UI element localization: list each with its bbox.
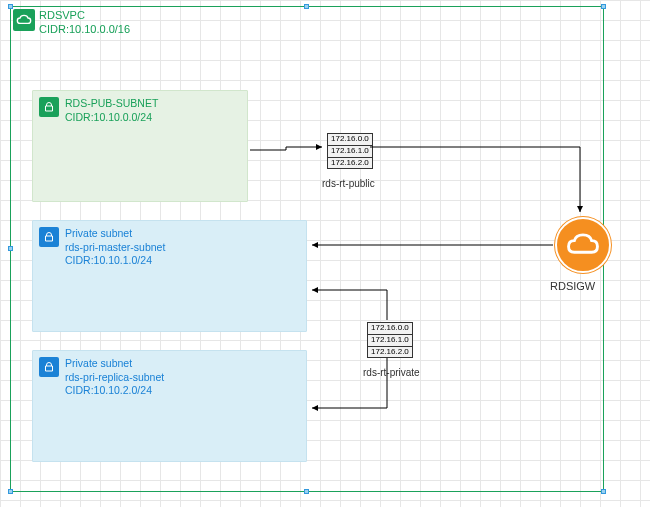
public-subnet[interactable]: RDS-PUB-SUBNET CIDR:10.10.0.0/24: [32, 90, 248, 202]
private-replica-title: Private subnet: [65, 357, 164, 371]
private-replica-subnet[interactable]: Private subnet rds-pri-replica-subnet CI…: [32, 350, 307, 462]
lock-icon: [39, 97, 59, 117]
vpc-name: RDSVPC: [39, 9, 130, 23]
rt-private-row: 172.16.1.0: [368, 335, 412, 347]
route-table-public[interactable]: 172.16.0.0 172.16.1.0 172.16.2.0: [327, 133, 373, 169]
lock-icon: [39, 357, 59, 377]
internet-gateway[interactable]: [555, 217, 611, 273]
private-master-cidr: CIDR:10.10.1.0/24: [65, 254, 165, 268]
igw-label: RDSIGW: [550, 280, 595, 292]
rt-private-row: 172.16.0.0: [368, 323, 412, 335]
route-table-private[interactable]: 172.16.0.0 172.16.1.0 172.16.2.0: [367, 322, 413, 358]
rt-public-row: 172.16.1.0: [328, 146, 372, 158]
private-master-name: rds-pri-master-subnet: [65, 241, 165, 255]
private-replica-name: rds-pri-replica-subnet: [65, 371, 164, 385]
rt-public-label: rds-rt-public: [322, 178, 375, 189]
cloud-icon: [13, 9, 35, 31]
vpc-title: RDSVPC CIDR:10.10.0.0/16: [39, 9, 130, 37]
cloud-icon: [565, 232, 601, 258]
vpc-cidr: CIDR:10.10.0.0/16: [39, 23, 130, 37]
public-subnet-title: RDS-PUB-SUBNET: [65, 97, 158, 111]
rt-public-row: 172.16.0.0: [328, 134, 372, 146]
public-subnet-cidr: CIDR:10.10.0.0/24: [65, 111, 158, 125]
rt-private-label: rds-rt-private: [363, 367, 420, 378]
private-master-subnet[interactable]: Private subnet rds-pri-master-subnet CID…: [32, 220, 307, 332]
rt-private-row: 172.16.2.0: [368, 347, 412, 358]
lock-icon: [39, 227, 59, 247]
private-master-title: Private subnet: [65, 227, 165, 241]
vpc-header: RDSVPC CIDR:10.10.0.0/16: [11, 7, 603, 39]
private-replica-cidr: CIDR:10.10.2.0/24: [65, 384, 164, 398]
rt-public-row: 172.16.2.0: [328, 158, 372, 169]
